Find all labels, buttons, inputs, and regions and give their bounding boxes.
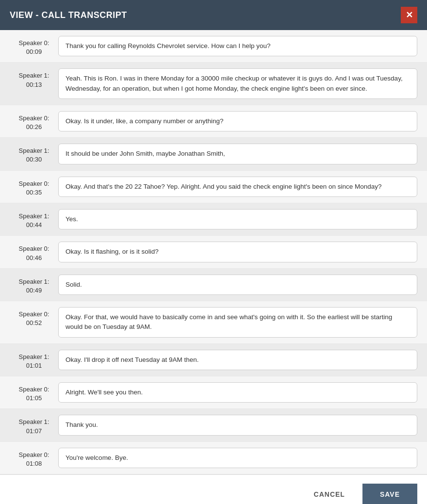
transcript-row: Speaker 0:00:26Okay. Is it under, like, … — [0, 105, 427, 138]
speaker-label: Speaker 0:01:05 — [10, 382, 58, 403]
speech-text: Thank you for calling Reynolds Chevrolet… — [58, 36, 417, 56]
save-button[interactable]: SAVE — [362, 484, 417, 504]
transcript-row: Speaker 1:01:01Okay. I'll drop it off ne… — [0, 344, 427, 376]
speech-text: Alright. We'll see you then. — [58, 382, 417, 403]
transcript-row: Speaker 1:00:13Yeah. This is Ron. I was … — [0, 63, 427, 105]
speaker-label: Speaker 1:00:13 — [10, 68, 58, 89]
cancel-button[interactable]: CANCEL — [296, 484, 362, 504]
speech-text: You're welcome. Bye. — [58, 448, 417, 468]
speech-text: It should be under John Smith, maybe Jon… — [58, 144, 417, 164]
speaker-label: Speaker 1:01:07 — [10, 415, 58, 435]
transcript-row: Speaker 0:01:08You're welcome. Bye. — [0, 442, 427, 474]
modal-title: VIEW - CALL TRANSCRIPT — [10, 10, 127, 20]
speech-text: Yes. — [58, 209, 417, 229]
speaker-label: Speaker 1:00:49 — [10, 275, 58, 295]
speech-text: Okay. And that's the 20 22 Tahoe? Yep. A… — [58, 177, 417, 197]
speaker-label: Speaker 1:01:01 — [10, 350, 58, 370]
speech-text: Solid. — [58, 275, 417, 295]
transcript-row: Speaker 0:01:05Alright. We'll see you th… — [0, 376, 427, 409]
transcript-row: Speaker 0:00:46Okay. Is it flashing, or … — [0, 236, 427, 268]
transcript-row: Speaker 1:00:49Solid. — [0, 269, 427, 301]
transcript-row: Speaker 0:00:35Okay. And that's the 20 2… — [0, 171, 427, 203]
modal-footer: CANCEL SAVE — [0, 474, 427, 504]
speaker-label: Speaker 0:00:26 — [10, 111, 58, 131]
speaker-label: Speaker 1:00:44 — [10, 209, 58, 229]
speech-text: Okay. Is it flashing, or is it solid? — [58, 242, 417, 262]
transcript-row: Speaker 0:00:52Okay. For that, we would … — [0, 301, 427, 344]
speaker-label: Speaker 0:00:09 — [10, 36, 58, 56]
speech-text: Thank you. — [58, 415, 417, 435]
speech-text: Okay. Is it under, like, a company numbe… — [58, 111, 417, 131]
speaker-label: Speaker 0:00:52 — [10, 307, 58, 327]
transcript-row: Speaker 1:00:30It should be under John S… — [0, 138, 427, 170]
transcript-row: Speaker 1:01:07Thank you. — [0, 409, 427, 441]
close-button[interactable]: ✕ — [401, 7, 417, 23]
speaker-label: Speaker 0:01:08 — [10, 448, 58, 468]
modal-container: VIEW - CALL TRANSCRIPT ✕ Speaker 0:00:09… — [0, 0, 427, 504]
speaker-label: Speaker 1:00:30 — [10, 144, 58, 164]
transcript-row: Speaker 1:00:44Yes. — [0, 203, 427, 236]
transcript-row: Speaker 0:00:09Thank you for calling Rey… — [0, 30, 427, 63]
speech-text: Yeah. This is Ron. I was in there Monday… — [58, 68, 417, 99]
speech-text: Okay. For that, we would have to basical… — [58, 307, 417, 338]
speaker-label: Speaker 0:00:46 — [10, 242, 58, 262]
speech-text: Okay. I'll drop it off next Tuesday at 9… — [58, 350, 417, 370]
speaker-label: Speaker 0:00:35 — [10, 177, 58, 197]
modal-header: VIEW - CALL TRANSCRIPT ✕ — [0, 0, 427, 30]
transcript-body: Speaker 0:00:09Thank you for calling Rey… — [0, 30, 427, 474]
